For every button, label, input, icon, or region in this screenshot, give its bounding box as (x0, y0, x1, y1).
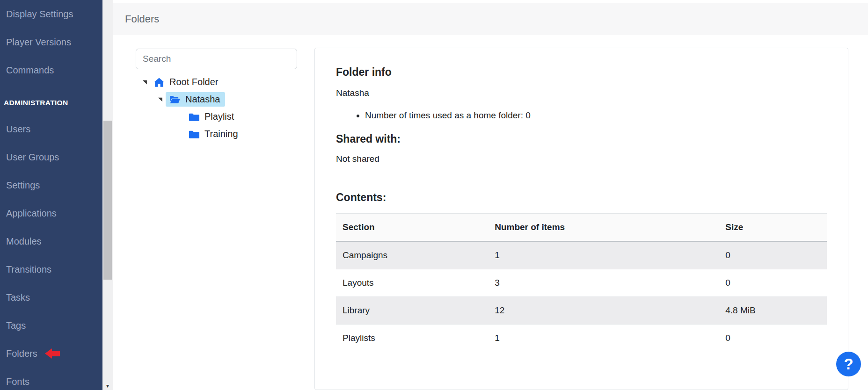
sidebar-item-label: Users (6, 124, 30, 135)
tree-node-label: Training (204, 129, 238, 139)
cell-section: Campaigns (336, 241, 488, 269)
cell-size: 4.8 MiB (719, 297, 827, 325)
search-input[interactable] (136, 49, 297, 69)
red-left-arrow-icon (45, 348, 60, 359)
caret-open-icon[interactable] (139, 77, 150, 88)
sidebar: Display Settings Player Versions Command… (0, 0, 102, 390)
folder-name: Natasha (336, 88, 827, 98)
sidebar-item-label: Applications (6, 208, 57, 219)
table-row: Campaigns 1 0 (336, 241, 827, 269)
folder-tree-panel: Root Folder Natasha (136, 49, 298, 143)
column-header-size: Size (719, 214, 827, 242)
sidebar-section-administration: ADMINISTRATION (0, 91, 102, 115)
sidebar-item-modules[interactable]: Modules (0, 227, 102, 255)
tree-node-playlist: Playlist (136, 108, 298, 125)
sidebar-item-label: Modules (6, 236, 42, 247)
sidebar-item-label: Display Settings (6, 9, 73, 20)
sidebar-scrollbar[interactable]: ▼ (102, 0, 113, 390)
table-row: Layouts 3 0 (336, 269, 827, 297)
contents-table: Section Number of items Size Campaigns 1… (336, 213, 827, 352)
home-folder-usage: Number of times used as a home folder: 0 (365, 110, 827, 121)
cell-count: 3 (488, 269, 719, 297)
sidebar-item-label: Tags (6, 320, 26, 331)
sidebar-item-commands[interactable]: Commands (0, 56, 102, 84)
sidebar-item-label: Folders (6, 348, 37, 359)
sidebar-item-user-groups[interactable]: User Groups (0, 143, 102, 171)
folder-tree: Root Folder Natasha (136, 73, 298, 143)
folder-icon (189, 113, 199, 121)
scrollbar-down-arrow-icon[interactable]: ▼ (102, 384, 113, 389)
tree-node-label: Root Folder (169, 77, 219, 87)
sidebar-item-label: Tasks (6, 292, 30, 303)
table-header-row: Section Number of items Size (336, 214, 827, 242)
sidebar-item-label: Player Versions (6, 37, 71, 48)
cell-count: 1 (488, 241, 719, 269)
sidebar-item-folders[interactable]: Folders (0, 339, 102, 368)
cell-section: Library (336, 297, 488, 325)
cell-size: 0 (719, 325, 827, 352)
caret-open-icon[interactable] (154, 94, 166, 105)
sidebar-item-applications[interactable]: Applications (0, 199, 102, 227)
tree-node-label: Playlist (204, 111, 234, 122)
help-button[interactable]: ? (836, 352, 861, 376)
contents-title: Contents: (336, 191, 827, 204)
shared-with-value: Not shared (336, 154, 827, 164)
tree-node-training: Training (136, 125, 298, 143)
tree-node-root-folder: Root Folder (136, 73, 298, 91)
sidebar-item-display-settings[interactable]: Display Settings (0, 0, 102, 28)
cell-count: 1 (488, 325, 719, 352)
cell-size: 0 (719, 241, 827, 269)
sidebar-item-label: User Groups (6, 152, 59, 163)
sidebar-item-label: Transitions (6, 264, 51, 275)
shared-with-title: Shared with: (336, 133, 827, 145)
cell-size: 0 (719, 269, 827, 297)
sidebar-item-users[interactable]: Users (0, 115, 102, 143)
folder-info-title: Folder info (336, 66, 827, 79)
cell-section: Playlists (336, 325, 488, 352)
folder-info-card: Folder info Natasha Number of times used… (314, 48, 848, 390)
sidebar-item-transitions[interactable]: Transitions (0, 255, 102, 283)
tree-anchor-playlist[interactable]: Playlist (185, 109, 239, 124)
page-header: Folders (113, 3, 868, 35)
sidebar-item-label: Commands (6, 65, 54, 76)
home-icon (154, 78, 164, 87)
sidebar-item-label: Fonts (6, 376, 29, 387)
scrollbar-thumb[interactable] (103, 121, 112, 280)
sidebar-item-tasks[interactable]: Tasks (0, 283, 102, 311)
tree-node-label: Natasha (185, 94, 220, 105)
question-icon: ? (844, 355, 853, 373)
tree-node-natasha: Natasha (136, 91, 298, 108)
tree-anchor-training[interactable]: Training (185, 127, 243, 141)
folder-icon (189, 130, 199, 138)
column-header-section: Section (336, 214, 488, 242)
sidebar-item-player-versions[interactable]: Player Versions (0, 28, 102, 56)
table-row: Library 12 4.8 MiB (336, 297, 827, 325)
folder-open-icon (169, 95, 180, 104)
section-label: ADMINISTRATION (4, 99, 68, 107)
tree-anchor-root-folder[interactable]: Root Folder (150, 75, 223, 89)
sidebar-item-fonts[interactable]: Fonts (0, 368, 102, 390)
column-header-number-of-items: Number of items (488, 214, 719, 242)
sidebar-item-tags[interactable]: Tags (0, 311, 102, 339)
sidebar-item-label: Settings (6, 180, 40, 191)
folder-usage-list: Number of times used as a home folder: 0 (336, 110, 827, 121)
tree-anchor-natasha[interactable]: Natasha (166, 92, 225, 107)
sidebar-item-settings[interactable]: Settings (0, 171, 102, 199)
page-title: Folders (125, 13, 159, 25)
cell-count: 12 (488, 297, 719, 325)
cell-section: Layouts (336, 269, 488, 297)
table-row: Playlists 1 0 (336, 325, 827, 352)
